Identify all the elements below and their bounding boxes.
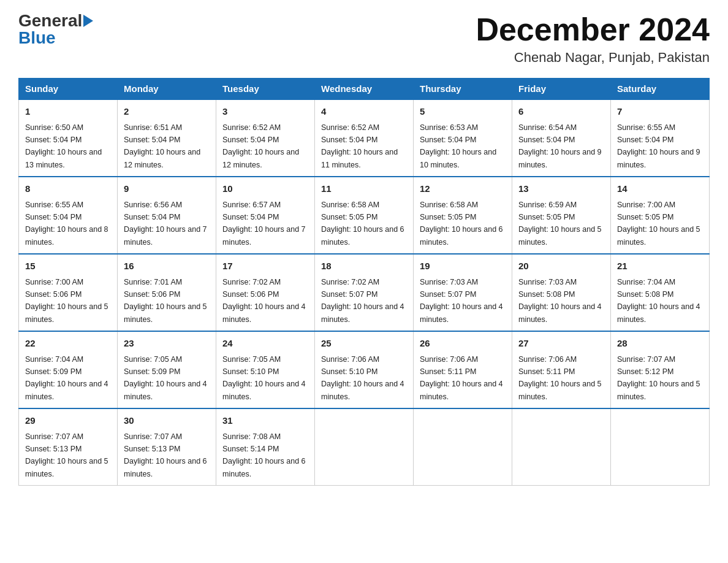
calendar-header-tuesday: Tuesday <box>216 79 315 100</box>
calendar-day-cell <box>315 408 414 486</box>
day-number: 25 <box>321 337 407 351</box>
calendar-header-friday: Friday <box>512 79 611 100</box>
day-info: Sunrise: 6:50 AMSunset: 5:04 PMDaylight:… <box>25 123 102 169</box>
calendar-header-saturday: Saturday <box>611 79 710 100</box>
day-number: 18 <box>321 259 407 274</box>
calendar-day-cell: 8 Sunrise: 6:55 AMSunset: 5:04 PMDayligh… <box>19 177 118 254</box>
calendar-day-cell: 17 Sunrise: 7:02 AMSunset: 5:06 PMDaylig… <box>216 254 315 331</box>
day-info: Sunrise: 7:05 AMSunset: 5:10 PMDaylight:… <box>222 355 306 401</box>
day-number: 31 <box>222 414 308 428</box>
day-info: Sunrise: 6:54 AMSunset: 5:04 PMDaylight:… <box>518 123 602 169</box>
calendar-day-cell: 24 Sunrise: 7:05 AMSunset: 5:10 PMDaylig… <box>216 331 315 408</box>
day-number: 22 <box>25 337 111 351</box>
location-subtitle: Chenab Nagar, Punjab, Pakistan <box>476 50 710 66</box>
calendar-day-cell: 11 Sunrise: 6:58 AMSunset: 5:05 PMDaylig… <box>315 177 414 254</box>
day-number: 19 <box>420 259 506 274</box>
calendar-week-row: 1 Sunrise: 6:50 AMSunset: 5:04 PMDayligh… <box>19 99 710 177</box>
calendar-day-cell: 9 Sunrise: 6:56 AMSunset: 5:04 PMDayligh… <box>118 177 216 254</box>
day-number: 1 <box>25 105 111 119</box>
day-number: 5 <box>420 105 506 119</box>
day-number: 8 <box>25 182 111 196</box>
calendar-week-row: 22 Sunrise: 7:04 AMSunset: 5:09 PMDaylig… <box>19 331 710 408</box>
day-number: 12 <box>420 182 506 196</box>
day-info: Sunrise: 6:56 AMSunset: 5:04 PMDaylight:… <box>124 201 207 247</box>
day-info: Sunrise: 7:03 AMSunset: 5:08 PMDaylight:… <box>518 278 602 324</box>
day-info: Sunrise: 7:04 AMSunset: 5:08 PMDaylight:… <box>617 278 700 324</box>
calendar-day-cell: 29 Sunrise: 7:07 AMSunset: 5:13 PMDaylig… <box>19 408 118 486</box>
calendar-table: SundayMondayTuesdayWednesdayThursdayFrid… <box>18 78 710 486</box>
calendar-day-cell: 23 Sunrise: 7:05 AMSunset: 5:09 PMDaylig… <box>118 331 216 408</box>
calendar-day-cell: 28 Sunrise: 7:07 AMSunset: 5:12 PMDaylig… <box>611 331 710 408</box>
day-number: 6 <box>518 105 604 119</box>
logo: General Blue <box>18 12 93 47</box>
calendar-day-cell: 26 Sunrise: 7:06 AMSunset: 5:11 PMDaylig… <box>414 331 512 408</box>
day-info: Sunrise: 7:07 AMSunset: 5:13 PMDaylight:… <box>25 432 108 478</box>
logo-general: General <box>18 12 82 29</box>
day-info: Sunrise: 7:06 AMSunset: 5:11 PMDaylight:… <box>420 355 503 401</box>
day-number: 7 <box>617 105 703 119</box>
day-info: Sunrise: 7:04 AMSunset: 5:09 PMDaylight:… <box>25 355 108 401</box>
day-number: 17 <box>222 259 308 274</box>
day-number: 29 <box>25 414 111 428</box>
day-info: Sunrise: 7:06 AMSunset: 5:10 PMDaylight:… <box>321 355 404 401</box>
calendar-header-sunday: Sunday <box>19 79 118 100</box>
calendar-day-cell: 4 Sunrise: 6:52 AMSunset: 5:04 PMDayligh… <box>315 99 414 177</box>
calendar-day-cell: 3 Sunrise: 6:52 AMSunset: 5:04 PMDayligh… <box>216 99 315 177</box>
day-info: Sunrise: 7:03 AMSunset: 5:07 PMDaylight:… <box>420 278 503 324</box>
day-number: 21 <box>617 259 703 274</box>
calendar-day-cell: 21 Sunrise: 7:04 AMSunset: 5:08 PMDaylig… <box>611 254 710 331</box>
calendar-day-cell: 31 Sunrise: 7:08 AMSunset: 5:14 PMDaylig… <box>216 408 315 486</box>
calendar-day-cell: 13 Sunrise: 6:59 AMSunset: 5:05 PMDaylig… <box>512 177 611 254</box>
day-number: 26 <box>420 337 506 351</box>
calendar-week-row: 8 Sunrise: 6:55 AMSunset: 5:04 PMDayligh… <box>19 177 710 254</box>
day-info: Sunrise: 7:05 AMSunset: 5:09 PMDaylight:… <box>124 355 207 401</box>
logo-arrow-icon <box>83 15 93 27</box>
calendar-day-cell: 5 Sunrise: 6:53 AMSunset: 5:04 PMDayligh… <box>414 99 512 177</box>
day-info: Sunrise: 6:58 AMSunset: 5:05 PMDaylight:… <box>321 201 404 247</box>
calendar-day-cell <box>611 408 710 486</box>
calendar-day-cell <box>512 408 611 486</box>
calendar-day-cell: 7 Sunrise: 6:55 AMSunset: 5:04 PMDayligh… <box>611 99 710 177</box>
day-info: Sunrise: 6:59 AMSunset: 5:05 PMDaylight:… <box>518 201 602 247</box>
day-number: 2 <box>124 105 210 119</box>
day-info: Sunrise: 6:55 AMSunset: 5:04 PMDaylight:… <box>617 123 700 169</box>
day-info: Sunrise: 7:06 AMSunset: 5:11 PMDaylight:… <box>518 355 602 401</box>
day-info: Sunrise: 6:58 AMSunset: 5:05 PMDaylight:… <box>420 201 503 247</box>
day-info: Sunrise: 6:52 AMSunset: 5:04 PMDaylight:… <box>222 123 299 169</box>
day-info: Sunrise: 7:02 AMSunset: 5:06 PMDaylight:… <box>222 278 306 324</box>
calendar-day-cell <box>414 408 512 486</box>
calendar-day-cell: 1 Sunrise: 6:50 AMSunset: 5:04 PMDayligh… <box>19 99 118 177</box>
day-info: Sunrise: 7:08 AMSunset: 5:14 PMDaylight:… <box>222 432 306 478</box>
calendar-day-cell: 14 Sunrise: 7:00 AMSunset: 5:05 PMDaylig… <box>611 177 710 254</box>
day-info: Sunrise: 6:51 AMSunset: 5:04 PMDaylight:… <box>124 123 200 169</box>
calendar-day-cell: 18 Sunrise: 7:02 AMSunset: 5:07 PMDaylig… <box>315 254 414 331</box>
calendar-day-cell: 19 Sunrise: 7:03 AMSunset: 5:07 PMDaylig… <box>414 254 512 331</box>
calendar-week-row: 15 Sunrise: 7:00 AMSunset: 5:06 PMDaylig… <box>19 254 710 331</box>
day-info: Sunrise: 6:53 AMSunset: 5:04 PMDaylight:… <box>420 123 496 169</box>
day-number: 24 <box>222 337 308 351</box>
calendar-day-cell: 16 Sunrise: 7:01 AMSunset: 5:06 PMDaylig… <box>118 254 216 331</box>
calendar-day-cell: 22 Sunrise: 7:04 AMSunset: 5:09 PMDaylig… <box>19 331 118 408</box>
day-number: 3 <box>222 105 308 119</box>
day-number: 4 <box>321 105 407 119</box>
calendar-day-cell: 6 Sunrise: 6:54 AMSunset: 5:04 PMDayligh… <box>512 99 611 177</box>
day-number: 28 <box>617 337 703 351</box>
calendar-day-cell: 12 Sunrise: 6:58 AMSunset: 5:05 PMDaylig… <box>414 177 512 254</box>
day-number: 30 <box>124 414 210 428</box>
day-number: 27 <box>518 337 604 351</box>
day-info: Sunrise: 6:57 AMSunset: 5:04 PMDaylight:… <box>222 201 306 247</box>
calendar-header-wednesday: Wednesday <box>315 79 414 100</box>
day-number: 11 <box>321 182 407 196</box>
calendar-day-cell: 10 Sunrise: 6:57 AMSunset: 5:04 PMDaylig… <box>216 177 315 254</box>
day-info: Sunrise: 7:00 AMSunset: 5:05 PMDaylight:… <box>617 201 700 247</box>
calendar-day-cell: 27 Sunrise: 7:06 AMSunset: 5:11 PMDaylig… <box>512 331 611 408</box>
day-info: Sunrise: 7:00 AMSunset: 5:06 PMDaylight:… <box>25 278 108 324</box>
day-number: 9 <box>124 182 210 196</box>
calendar-day-cell: 2 Sunrise: 6:51 AMSunset: 5:04 PMDayligh… <box>118 99 216 177</box>
day-info: Sunrise: 7:02 AMSunset: 5:07 PMDaylight:… <box>321 278 404 324</box>
calendar-header-monday: Monday <box>118 79 216 100</box>
day-number: 20 <box>518 259 604 274</box>
day-number: 10 <box>222 182 308 196</box>
day-number: 13 <box>518 182 604 196</box>
calendar-day-cell: 20 Sunrise: 7:03 AMSunset: 5:08 PMDaylig… <box>512 254 611 331</box>
